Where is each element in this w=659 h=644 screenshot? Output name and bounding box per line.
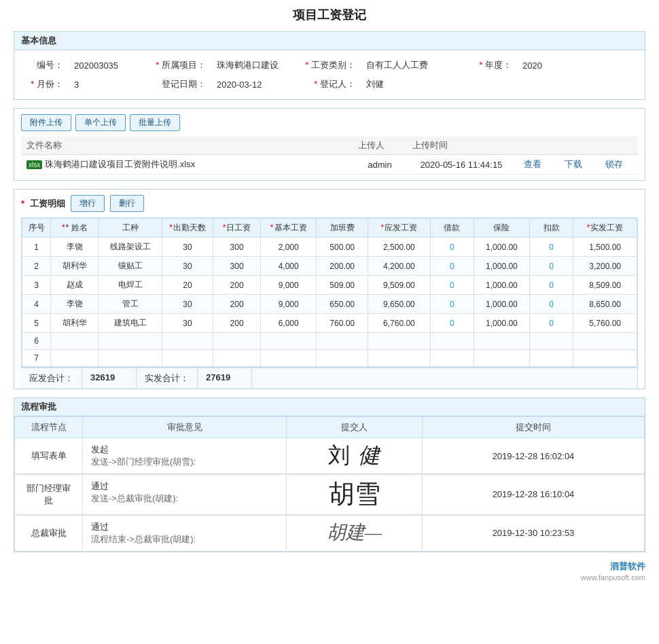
cell-name: 赵成 (51, 276, 99, 295)
workflow-table: 流程节点 审批意见 提交人 提交时间 填写表单 发起 发送->部门经理审批(胡雪… (14, 416, 645, 552)
cell-attendance: 20 (162, 276, 213, 295)
cell-deduction (529, 333, 573, 350)
month-value: 3 (69, 75, 150, 94)
file-type-icon: xlsx (26, 160, 42, 169)
th-attendance: *出勤天数 (162, 219, 213, 238)
cell-deduction: 0 (529, 314, 573, 333)
cell-actual-wage: 1,500.00 (573, 238, 637, 257)
summary-spacer (252, 368, 638, 389)
cell-name: 李饶 (51, 295, 99, 314)
cell-due-wage (368, 333, 430, 350)
salary-row: 6 (22, 333, 637, 350)
salary-type-label: * 工资类别： (300, 56, 361, 75)
cell-job-type: 管工 (99, 295, 162, 314)
signature: 胡建— (295, 522, 414, 543)
workflow-row: 总裁审批 通过 流程结束->总裁审批(胡建): 胡建— 2019-12-30 1… (15, 515, 645, 551)
cell-borrow: 0 (430, 257, 474, 276)
logo-sub: www.fanpusoft.com (581, 573, 645, 582)
wf-time: 2019-12-30 10:23:53 (423, 515, 645, 551)
wf-th-time: 提交时间 (423, 417, 645, 438)
signature: 胡雪 (295, 480, 414, 509)
cell-borrow: 0 (430, 276, 474, 295)
opinion-line1: 发起 (91, 444, 278, 456)
cell-insurance: 1,000.00 (474, 314, 529, 333)
cell-due-wage: 2,500.00 (368, 238, 430, 257)
salary-scroll-area[interactable]: 序号 ** 姓名 工种 *出勤天数 *日工资 *基本工资 加班费 *应发工资 借… (21, 217, 638, 368)
attach-toolbar: 附件上传 单个上传 批量上传 (21, 114, 638, 131)
project-label: * 所属项目： (150, 56, 211, 75)
code-label: 编号： (21, 56, 69, 75)
workflow-header: 流程审批 (14, 398, 645, 416)
due-total-label: 应发合计： (21, 368, 82, 389)
cell-due-wage (368, 350, 430, 367)
cell-overtime: 500.00 (317, 238, 368, 257)
year-label: * 年度： (469, 56, 517, 75)
salary-section-label: * (21, 198, 24, 209)
wf-submitter: 刘 健 (287, 438, 423, 474)
cell-basic-wage: 4,000 (261, 257, 317, 276)
salary-summary: 应发合计： 32619 实发合计： 27619 (21, 368, 638, 389)
salary-table: 序号 ** 姓名 工种 *出勤天数 *日工资 *基本工资 加班费 *应发工资 借… (22, 218, 637, 367)
cell-basic-wage: 6,000 (261, 314, 317, 333)
cell-deduction: 0 (529, 257, 573, 276)
wf-th-opinion: 审批意见 (83, 417, 287, 438)
project-value: 珠海鹤港口建设 (211, 56, 300, 75)
download-link[interactable]: 下载 (562, 159, 585, 169)
cell-insurance: 1,000.00 (474, 295, 529, 314)
cell-borrow (430, 333, 474, 350)
th-insurance: 保险 (474, 219, 529, 238)
cell-insurance: 1,000.00 (474, 276, 529, 295)
cell-insurance (474, 333, 529, 350)
attach-upload-button[interactable]: 附件上传 (21, 114, 71, 131)
cell-job-type (99, 333, 162, 350)
actual-total-label: 实发合计： (137, 368, 198, 389)
add-row-button[interactable]: 增行 (71, 195, 105, 212)
view-link[interactable]: 查看 (521, 159, 544, 169)
opinion-line1: 通过 (91, 480, 278, 493)
salary-section-text: 工资明细 (30, 198, 65, 210)
cell-basic-wage (261, 350, 317, 367)
cell-actual-wage: 5,760.00 (573, 314, 637, 333)
attach-filename: xlsx珠海鹤港口建设项目工资附件说明.xlsx (21, 155, 353, 175)
wf-submitter: 胡雪 (287, 475, 423, 515)
cell-seq: 4 (22, 295, 51, 314)
attach-row: xlsx珠海鹤港口建设项目工资附件说明.xlsx admin 2020-05-1… (21, 155, 638, 175)
cell-daily-wage: 200 (213, 276, 260, 295)
workflow-row: 填写表单 发起 发送->部门经理审批(胡雪): 刘 健 2019-12-28 1… (15, 438, 645, 474)
page-title: 项目工资登记 (14, 7, 645, 23)
wf-time: 2019-12-28 16:10:04 (423, 475, 645, 515)
th-overtime: 加班费 (317, 219, 368, 238)
code-value: 202003035 (69, 56, 150, 75)
col-actions1 (516, 137, 556, 155)
lock-link[interactable]: 锁存 (603, 159, 626, 169)
cell-seq: 2 (22, 257, 51, 276)
cell-overtime: 509.00 (317, 276, 368, 295)
salary-row: 1 李饶 线路架设工 30 300 2,000 500.00 2,500.00 … (22, 238, 637, 257)
cell-deduction: 0 (529, 276, 573, 295)
salary-row: 4 李饶 管工 30 200 9,000 650.00 9,650.00 0 1… (22, 295, 637, 314)
th-seq: 序号 (22, 219, 51, 238)
th-due-wage: *应发工资 (368, 219, 430, 238)
basic-info-grid: 编号： 202003035 * 所属项目： 珠海鹤港口建设 * 工资类别： 自有… (21, 56, 638, 94)
cell-daily-wage: 200 (213, 295, 260, 314)
due-total-value: 32619 (82, 368, 137, 389)
salary-section: * 工资明细 增行 删行 序号 ** 姓名 工种 *出勤天数 *日工资 *基本工… (14, 189, 645, 389)
cell-attendance (162, 350, 213, 367)
cell-basic-wage (261, 333, 317, 350)
cell-seq: 6 (22, 333, 51, 350)
col-uploader: 上传人 (353, 137, 407, 155)
cell-name: 胡利华 (51, 314, 99, 333)
single-upload-button[interactable]: 单个上传 (75, 114, 126, 131)
wf-opinion: 通过 流程结束->总裁审批(胡建): (83, 515, 287, 551)
month-label: * 月份： (21, 75, 69, 94)
cell-insurance (474, 350, 529, 367)
cell-daily-wage (213, 333, 260, 350)
salary-row: 3 赵成 电焊工 20 200 9,000 509.00 9,509.00 0 … (22, 276, 637, 295)
log-date-label: 登记日期： (150, 75, 211, 94)
cell-job-type: 建筑电工 (99, 314, 162, 333)
delete-row-button[interactable]: 删行 (110, 195, 144, 212)
th-actual-wage: *实发工资 (573, 219, 637, 238)
batch-upload-button[interactable]: 批量上传 (130, 114, 180, 131)
cell-name: 李饶 (51, 238, 99, 257)
workflow-section: 流程审批 流程节点 审批意见 提交人 提交时间 填写表单 发起 发送->部门经理… (14, 397, 645, 552)
